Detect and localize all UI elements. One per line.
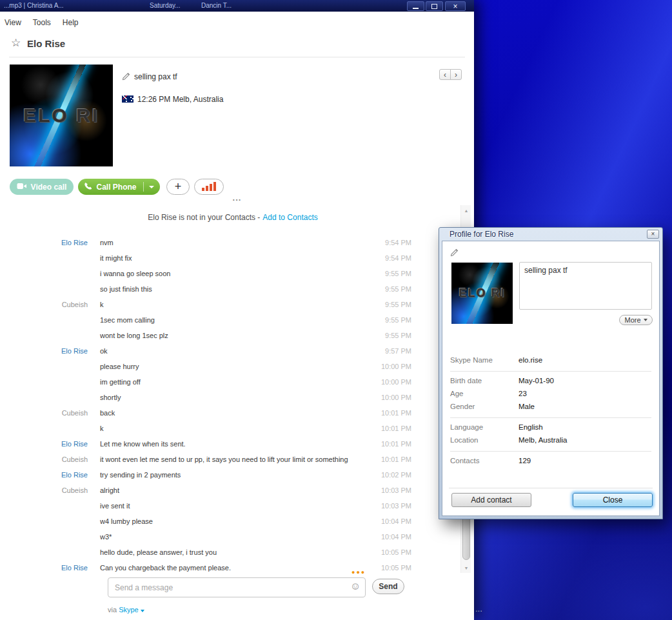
message-time: 9:55 PM bbox=[371, 301, 411, 308]
message-text: k bbox=[100, 301, 371, 308]
field-value: May-01-90 bbox=[519, 377, 554, 385]
signal-bar-icon bbox=[213, 182, 216, 191]
add-contact-label: Add contact bbox=[471, 495, 511, 505]
send-button[interactable]: Send bbox=[372, 579, 404, 594]
chevron-down-icon[interactable] bbox=[149, 186, 154, 188]
close-label: Close bbox=[603, 495, 623, 505]
field-value: English bbox=[519, 423, 543, 431]
message-time: 9:54 PM bbox=[371, 239, 411, 246]
message-row: so just finish this9:55 PM bbox=[0, 281, 411, 297]
profile-field-group: LanguageEnglishLocationMelb, Australia bbox=[450, 418, 651, 452]
message-row: Elo Risenvm9:54 PM bbox=[0, 235, 411, 250]
window-titlebar[interactable]: ...mp3 | Christina A... Saturday... Danc… bbox=[0, 0, 474, 12]
dialog-content: ELO RI selling pax tf More Skype Nameelo… bbox=[442, 241, 660, 516]
titlebar-text-fragment: Dancin T... bbox=[201, 2, 232, 9]
message-time: 10:01 PM bbox=[371, 425, 411, 432]
message-time: 10:04 PM bbox=[371, 533, 411, 541]
dialog-title: Profile for Elo Rise bbox=[450, 230, 513, 239]
menubar: View Tools Help bbox=[0, 18, 79, 27]
message-row: ive sent it10:03 PM bbox=[0, 498, 411, 514]
menu-view[interactable]: View bbox=[5, 18, 21, 27]
via-channel-row: via Skype bbox=[108, 606, 144, 614]
header-divider bbox=[9, 57, 465, 57]
field-label: Age bbox=[450, 390, 519, 397]
menu-tools[interactable]: Tools bbox=[33, 18, 51, 27]
message-text: Let me know when its sent. bbox=[100, 440, 371, 448]
message-row: hello dude, please answer, i trust you10… bbox=[0, 545, 411, 560]
dialog-buttons-divider bbox=[449, 488, 653, 488]
message-time: 10:01 PM bbox=[371, 455, 411, 463]
panel-collapse-handle[interactable]: ... bbox=[0, 193, 474, 203]
message-input[interactable] bbox=[108, 577, 366, 597]
notice-text: Elo Rise is not in your Contacts - bbox=[148, 213, 260, 222]
emoticon-icon[interactable]: ☺ bbox=[350, 581, 361, 592]
via-skype-dropdown[interactable]: Skype bbox=[119, 606, 139, 614]
message-text: it might fix bbox=[100, 254, 371, 262]
message-text: nvm bbox=[100, 239, 371, 246]
menu-help[interactable]: Help bbox=[63, 18, 79, 27]
profile-fields: Skype Nameelo.riseBirth dateMay-01-90Age… bbox=[442, 351, 659, 472]
message-row: Elo Risetry sending in 2 payments10:02 P… bbox=[0, 467, 411, 483]
minimize-button[interactable] bbox=[407, 1, 424, 11]
maximize-button[interactable] bbox=[426, 1, 443, 11]
message-time: 10:05 PM bbox=[371, 548, 411, 556]
profile-field-row: GenderMale bbox=[450, 400, 651, 413]
profile-field-row: Age23 bbox=[450, 387, 651, 400]
call-phone-label: Call Phone bbox=[96, 183, 136, 192]
message-time: 10:01 PM bbox=[371, 440, 411, 448]
message-row: Elo Riseok9:57 PM bbox=[0, 343, 411, 359]
contact-notice: Elo Rise is not in your Contacts -Add to… bbox=[0, 213, 466, 222]
profile-field-group: Contacts129 bbox=[450, 452, 651, 472]
signal-bar-icon bbox=[210, 184, 212, 191]
close-icon: × bbox=[453, 3, 457, 10]
message-row: Cubeishback10:01 PM bbox=[0, 405, 411, 421]
message-row: wont be long 1sec plz9:55 PM bbox=[0, 328, 411, 343]
scroll-down-arrow[interactable]: ▼ bbox=[461, 563, 471, 573]
message-row: w3*10:04 PM bbox=[0, 529, 411, 545]
field-label: Language bbox=[450, 423, 519, 431]
profile-dialog: Profile for Elo Rise × ELO RI selling pa… bbox=[439, 227, 663, 519]
message-text: wont be long 1sec plz bbox=[100, 332, 371, 339]
message-text: try sending in 2 payments bbox=[100, 471, 371, 479]
close-button[interactable]: × bbox=[445, 1, 466, 11]
field-label: Gender bbox=[450, 403, 519, 410]
more-button[interactable]: More bbox=[619, 315, 653, 325]
message-time: 9:55 PM bbox=[371, 332, 411, 339]
message-text: w3* bbox=[100, 533, 371, 541]
scroll-up-arrow[interactable]: ▲ bbox=[461, 205, 471, 215]
next-arrow-button[interactable]: › bbox=[450, 69, 462, 80]
add-contact-button[interactable]: Add contact bbox=[451, 493, 531, 507]
message-sender: Cubeish bbox=[0, 301, 100, 308]
profile-field-row: LanguageEnglish bbox=[450, 421, 651, 434]
australia-flag-icon bbox=[122, 95, 133, 103]
dialog-close-button[interactable]: × bbox=[647, 230, 659, 239]
message-sender: Cubeish bbox=[0, 409, 100, 417]
video-camera-icon bbox=[17, 183, 27, 192]
minimize-icon bbox=[413, 8, 419, 9]
avatar-text: ELO RI bbox=[451, 263, 513, 324]
add-to-contacts-link[interactable]: Add to Contacts bbox=[262, 213, 317, 222]
titlebar-text-fragment: Saturday... bbox=[150, 2, 181, 9]
message-time: 10:05 PM bbox=[371, 564, 411, 572]
field-label: Contacts bbox=[450, 457, 519, 465]
dialog-close-action-button[interactable]: Close bbox=[573, 493, 653, 507]
pencil-icon bbox=[450, 248, 459, 259]
video-call-label: Video call bbox=[31, 183, 67, 192]
message-row: it might fix9:54 PM bbox=[0, 250, 411, 266]
mood-message: selling pax tf bbox=[134, 72, 177, 81]
desktop-overflow-dots: ... bbox=[475, 604, 482, 614]
message-row: 1sec mom calling9:55 PM bbox=[0, 312, 411, 328]
message-text: k bbox=[100, 425, 371, 432]
field-value: Melb, Australia bbox=[519, 436, 567, 444]
favorite-star-icon[interactable]: ☆ bbox=[11, 36, 21, 50]
message-row: Cubeishalright10:03 PM bbox=[0, 483, 411, 498]
message-time: 9:57 PM bbox=[371, 347, 411, 355]
chevron-down-icon[interactable] bbox=[141, 610, 144, 612]
message-text: ok bbox=[100, 347, 371, 355]
avatar-text: ELO RI bbox=[10, 65, 113, 166]
message-time: 10:03 PM bbox=[371, 502, 411, 510]
previous-arrow-button[interactable]: ‹ bbox=[439, 69, 451, 80]
message-time: 10:00 PM bbox=[371, 378, 411, 386]
skype-main-window: ...mp3 | Christina A... Saturday... Danc… bbox=[0, 0, 474, 620]
dialog-titlebar[interactable]: Profile for Elo Rise × bbox=[439, 228, 662, 241]
